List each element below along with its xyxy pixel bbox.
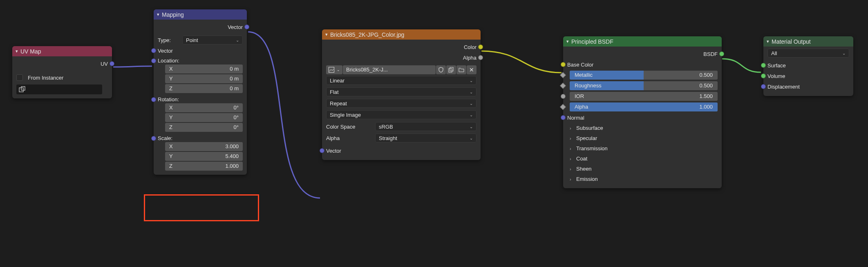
socket-input-base-color[interactable] bbox=[561, 62, 566, 67]
group-transmission[interactable]: ›Transmission bbox=[567, 143, 718, 154]
target-dropdown[interactable]: All⌄ bbox=[767, 49, 849, 58]
rotation-x-field[interactable]: X0° bbox=[165, 103, 243, 112]
node-uv-map[interactable]: ▾ UV Map UV From Instancer bbox=[12, 46, 112, 98]
group-label: Subsurface bbox=[576, 125, 603, 131]
source-dropdown[interactable]: Single Image⌄ bbox=[326, 110, 477, 119]
node-header[interactable]: ▾ Principled BSDF bbox=[563, 36, 722, 47]
group-coat[interactable]: ›Coat bbox=[567, 154, 718, 164]
socket-output-vector[interactable] bbox=[244, 24, 249, 29]
alpha-mode-label: Alpha bbox=[326, 135, 372, 141]
mapping-type-value: Point bbox=[186, 37, 198, 43]
group-sheen[interactable]: ›Sheen bbox=[567, 164, 718, 174]
color-space-value: sRGB bbox=[379, 124, 393, 130]
socket-label-vector-in: Vector bbox=[326, 148, 341, 154]
scale-z-field[interactable]: Z1.000 bbox=[165, 162, 243, 171]
socket-label-vector-out: Vector bbox=[228, 24, 243, 30]
scale-x-field[interactable]: X3.000 bbox=[165, 142, 243, 151]
projection-dropdown[interactable]: Flat⌄ bbox=[326, 87, 477, 96]
socket-input-displacement[interactable] bbox=[761, 84, 766, 89]
chevron-down-icon: ▾ bbox=[325, 32, 328, 37]
color-space-dropdown[interactable]: sRGB⌄ bbox=[375, 122, 477, 131]
socket-input-rotation[interactable] bbox=[151, 97, 156, 102]
chevron-right-icon: › bbox=[570, 156, 574, 161]
duplicate-image-button[interactable] bbox=[446, 65, 456, 74]
chevron-down-icon: ⌄ bbox=[470, 78, 473, 83]
location-y-field[interactable]: Y0 m bbox=[165, 74, 243, 83]
location-z-field[interactable]: Z0 m bbox=[165, 84, 243, 93]
group-specular[interactable]: ›Specular bbox=[567, 133, 718, 143]
projection-value: Flat bbox=[330, 89, 339, 95]
chevron-right-icon: › bbox=[570, 146, 574, 151]
image-name-field[interactable]: Bricks085_2K-J... bbox=[343, 65, 436, 74]
uvmap-selector[interactable] bbox=[16, 85, 102, 94]
chevron-right-icon: › bbox=[570, 126, 574, 131]
volume-label: Volume bbox=[767, 73, 785, 79]
group-emission[interactable]: ›Emission bbox=[567, 174, 718, 184]
metallic-slider[interactable]: Metallic 0.500 bbox=[570, 71, 718, 80]
svg-rect-3 bbox=[449, 69, 452, 72]
scale-y-field[interactable]: Y5.400 bbox=[165, 152, 243, 161]
socket-label-color: Color bbox=[464, 44, 477, 50]
socket-output-bsdf[interactable] bbox=[719, 51, 724, 56]
mapping-type-dropdown[interactable]: Point ⌄ bbox=[182, 36, 243, 44]
chevron-down-icon: ⌄ bbox=[337, 68, 340, 72]
surface-label: Surface bbox=[767, 62, 786, 69]
rotation-z-field[interactable]: Z0° bbox=[165, 123, 243, 132]
socket-input-volume[interactable] bbox=[761, 73, 766, 78]
group-label: Specular bbox=[576, 135, 597, 141]
node-header[interactable]: ▾ Bricks085_2K-JPG_Color.jpg bbox=[322, 29, 481, 40]
chevron-down-icon: ▾ bbox=[157, 12, 159, 17]
node-header[interactable]: ▾ Material Output bbox=[763, 36, 853, 47]
unlink-image-button[interactable]: ✕ bbox=[467, 65, 477, 74]
alpha-slider[interactable]: Alpha 1.000 bbox=[570, 102, 718, 111]
socket-input-alpha[interactable] bbox=[560, 104, 566, 110]
socket-input-metallic[interactable] bbox=[560, 72, 566, 78]
socket-label-bsdf: BSDF bbox=[703, 51, 718, 57]
chevron-down-icon: ⌄ bbox=[470, 125, 473, 129]
location-x-field[interactable]: X0 m bbox=[165, 65, 243, 73]
socket-input-roughness[interactable] bbox=[560, 82, 566, 89]
socket-output-color[interactable] bbox=[478, 44, 483, 49]
location-label: Location: bbox=[158, 58, 179, 64]
fake-user-button[interactable] bbox=[436, 65, 446, 74]
socket-input-surface[interactable] bbox=[761, 63, 766, 68]
from-instancer-checkbox[interactable] bbox=[16, 74, 23, 81]
node-header[interactable]: ▾ Mapping bbox=[154, 9, 247, 20]
extension-dropdown[interactable]: Repeat⌄ bbox=[326, 99, 477, 108]
node-header[interactable]: ▾ UV Map bbox=[12, 46, 112, 56]
node-mapping[interactable]: ▾ Mapping Vector Type: Point ⌄ Vector Lo… bbox=[154, 9, 247, 175]
alpha-mode-dropdown[interactable]: Straight⌄ bbox=[375, 134, 477, 142]
group-label: Emission bbox=[576, 176, 598, 182]
node-title: Bricks085_2K-JPG_Color.jpg bbox=[330, 31, 404, 38]
node-principled-bsdf[interactable]: ▾ Principled BSDF BSDF Base Color Metall… bbox=[563, 36, 722, 188]
socket-output-alpha[interactable] bbox=[478, 55, 483, 60]
group-subsurface[interactable]: ›Subsurface bbox=[567, 123, 718, 133]
close-icon: ✕ bbox=[469, 67, 474, 73]
interpolation-dropdown[interactable]: Linear⌄ bbox=[326, 76, 477, 85]
socket-output-uv[interactable] bbox=[110, 61, 114, 66]
node-image-texture[interactable]: ▾ Bricks085_2K-JPG_Color.jpg Color Alpha… bbox=[322, 29, 481, 160]
node-title: UV Map bbox=[20, 48, 41, 55]
group-label: Sheen bbox=[576, 166, 592, 172]
ior-slider[interactable]: IOR 1.500 bbox=[570, 92, 718, 101]
roughness-slider[interactable]: Roughness 0.500 bbox=[570, 81, 718, 90]
target-value: All bbox=[771, 50, 777, 56]
socket-input-location[interactable] bbox=[151, 58, 156, 63]
socket-input-vector[interactable] bbox=[320, 148, 324, 153]
node-material-output[interactable]: ▾ Material Output All⌄ Surface Volume Di… bbox=[763, 36, 853, 96]
annotation-highlight-box bbox=[144, 194, 259, 221]
rotation-y-field[interactable]: Y0° bbox=[165, 113, 243, 122]
chevron-down-icon: ▾ bbox=[566, 39, 569, 44]
socket-input-normal[interactable] bbox=[561, 115, 566, 120]
extension-value: Repeat bbox=[330, 100, 347, 107]
chevron-down-icon: ⌄ bbox=[470, 90, 473, 94]
socket-input-vector[interactable] bbox=[151, 48, 156, 53]
open-image-button[interactable] bbox=[456, 65, 466, 74]
image-browse-button[interactable]: ⌄ bbox=[326, 65, 342, 74]
chevron-down-icon: ⌄ bbox=[470, 136, 473, 140]
socket-label-vector-in: Vector bbox=[158, 48, 173, 54]
node-title: Material Output bbox=[772, 38, 811, 45]
socket-input-ior[interactable] bbox=[561, 94, 566, 99]
socket-input-scale[interactable] bbox=[151, 136, 156, 141]
chevron-down-icon: ⌄ bbox=[842, 51, 846, 56]
